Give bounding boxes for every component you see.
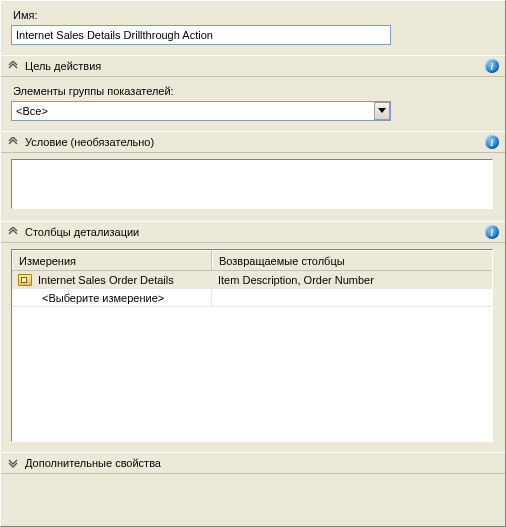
measure-group-value: <Все>	[11, 101, 391, 121]
dropdown-button-icon[interactable]	[374, 102, 390, 120]
collapse-icon	[7, 60, 19, 72]
name-label: Имя:	[13, 9, 495, 21]
measure-group-label: Элементы группы показателей:	[13, 85, 495, 97]
info-icon[interactable]: i	[485, 225, 499, 239]
drillthrough-grid: Измерения Возвращаемые столбцы Internet …	[11, 249, 493, 442]
action-editor-panel: Имя: Цель действия i Элементы группы пок…	[0, 0, 506, 527]
expand-icon	[7, 457, 19, 469]
section-additional-title: Дополнительные свойства	[25, 457, 499, 469]
measure-group-select[interactable]: <Все>	[11, 101, 391, 121]
target-block: Элементы группы показателей: <Все>	[1, 77, 505, 131]
col-dimensions-header[interactable]: Измерения	[12, 250, 212, 270]
table-row[interactable]: Internet Sales Order Details Item Descri…	[12, 271, 492, 289]
name-input[interactable]	[11, 25, 391, 45]
section-condition-header[interactable]: Условие (необязательно) i	[1, 131, 505, 153]
condition-block	[1, 153, 505, 221]
dimension-name: Internet Sales Order Details	[38, 274, 174, 286]
collapse-icon	[7, 136, 19, 148]
drillthrough-block: Измерения Возвращаемые столбцы Internet …	[1, 243, 505, 452]
section-additional-header[interactable]: Дополнительные свойства	[1, 452, 505, 474]
section-target-title: Цель действия	[25, 60, 485, 72]
info-icon[interactable]: i	[485, 135, 499, 149]
section-target-header[interactable]: Цель действия i	[1, 55, 505, 77]
name-block: Имя:	[1, 1, 505, 55]
dimension-cell: Internet Sales Order Details	[12, 271, 212, 289]
section-condition-title: Условие (необязательно)	[25, 136, 485, 148]
grid-body: Internet Sales Order Details Item Descri…	[12, 271, 492, 441]
collapse-icon	[7, 226, 19, 238]
return-columns-cell: Item Description, Order Number	[212, 271, 492, 289]
section-drillthrough-header[interactable]: Столбцы детализации i	[1, 221, 505, 243]
info-icon[interactable]: i	[485, 59, 499, 73]
dimension-icon	[18, 274, 32, 286]
col-return-columns-header[interactable]: Возвращаемые столбцы	[212, 250, 492, 270]
table-row-placeholder[interactable]: <Выберите измерение>	[12, 289, 492, 307]
return-columns-empty	[212, 289, 492, 307]
condition-input[interactable]	[11, 159, 493, 209]
section-drillthrough-title: Столбцы детализации	[25, 226, 485, 238]
dimension-placeholder: <Выберите измерение>	[12, 289, 212, 307]
grid-header: Измерения Возвращаемые столбцы	[12, 250, 492, 271]
